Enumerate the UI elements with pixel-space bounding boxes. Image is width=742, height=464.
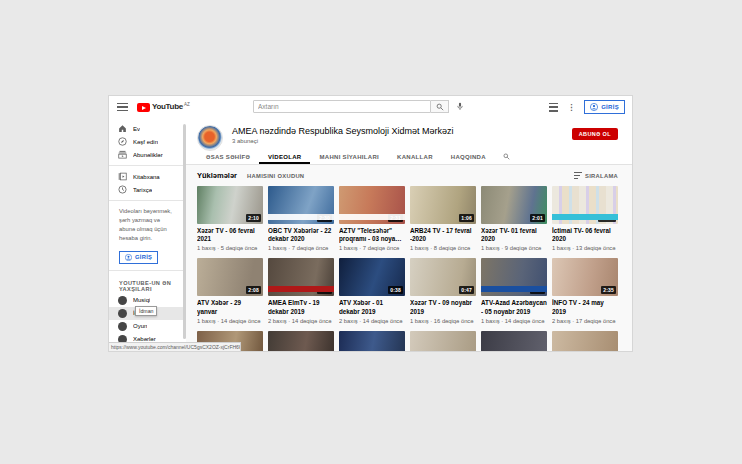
sidebar-signin-button[interactable]: GİRİŞ bbox=[119, 251, 158, 264]
sidebar-scrollbar[interactable] bbox=[183, 124, 186, 339]
video-thumbnail[interactable] bbox=[552, 331, 618, 352]
video-grid: 2:10Xəzər TV - 06 fevral 20211 baxış · 5… bbox=[197, 186, 618, 324]
subscribe-button[interactable]: ABUNƏ OL bbox=[572, 128, 618, 140]
video-title[interactable]: AZTV "Telesəhər" proqramı - 03 noyabr 20… bbox=[339, 227, 405, 243]
video-thumbnail[interactable]: 2:35 bbox=[552, 258, 618, 296]
tab-search-icon[interactable] bbox=[495, 150, 518, 164]
video-title[interactable]: ARB24 TV - 17 fevral -2020 bbox=[410, 227, 476, 243]
video-meta: 1 baxış · 16 dəqiqə öncə bbox=[410, 318, 476, 324]
video-thumbnail[interactable]: 2:31 bbox=[339, 186, 405, 224]
status-url-bar: https://www.youtube.com/channel/UC5gsCX2… bbox=[109, 342, 241, 351]
search-input[interactable] bbox=[253, 100, 431, 113]
video-title[interactable]: ATV Xəbər - 29 yanvar bbox=[197, 299, 263, 315]
video-thumbnail[interactable]: 1:06 bbox=[410, 186, 476, 224]
video-thumbnail[interactable]: 2:08 bbox=[197, 258, 263, 296]
subscriptions-icon bbox=[118, 150, 127, 159]
signin-button[interactable]: GİRİŞ bbox=[584, 100, 625, 114]
video-title[interactable]: OBC TV Xəbərlər - 22 dekabr 2020 bbox=[268, 227, 334, 243]
video-thumbnail[interactable] bbox=[410, 331, 476, 352]
play-all-link[interactable]: HAMISINI OXUDUN bbox=[247, 173, 304, 179]
more-options-icon[interactable]: ⋮ bbox=[567, 103, 575, 112]
search-bar bbox=[253, 100, 464, 113]
video-thumbnail[interactable]: 2:30 bbox=[268, 186, 334, 224]
video-thumbnail[interactable]: 2:10 bbox=[197, 186, 263, 224]
video-title[interactable]: Xəzər TV - 09 noyabr 2019 bbox=[410, 299, 476, 315]
topbar: YouTube AZ ⋮ GİRİŞ bbox=[109, 96, 632, 118]
search-button[interactable] bbox=[431, 100, 449, 113]
video-thumbnail[interactable]: 0:38 bbox=[339, 258, 405, 296]
video-card[interactable] bbox=[339, 331, 405, 352]
tab-haqqinda[interactable]: HAQQINDA bbox=[442, 151, 495, 164]
video-card[interactable] bbox=[410, 331, 476, 352]
duration-badge: 2:31 bbox=[388, 214, 403, 222]
video-card[interactable]: 2:31AZTV "Telesəhər" proqramı - 03 noyab… bbox=[339, 186, 405, 251]
sidebar-item-ev[interactable]: Ev bbox=[109, 122, 186, 135]
sidebar: EvKəşf edinAbunəliklər KitabxanaTarixçə … bbox=[109, 118, 186, 352]
video-card[interactable]: 2:10Xəzər TV - 06 fevral 20211 baxış · 5… bbox=[197, 186, 263, 251]
main-content: AMEA nəzdində Respublika Seysmoloji Xidm… bbox=[186, 118, 632, 352]
mic-icon[interactable] bbox=[456, 102, 464, 111]
video-thumbnail[interactable] bbox=[481, 331, 547, 352]
video-card[interactable] bbox=[552, 331, 618, 352]
duration-badge: 0:38 bbox=[388, 286, 403, 294]
sidebar-tooltip: İdman bbox=[135, 306, 157, 316]
video-title[interactable]: İctimai TV- 06 fevral 2020 bbox=[552, 227, 618, 243]
sort-button[interactable]: SIRALAMA bbox=[574, 172, 618, 179]
divider bbox=[109, 200, 186, 201]
desktop-background: YouTube AZ ⋮ GİRİŞ bbox=[0, 0, 742, 464]
duration-badge: 2:10 bbox=[246, 214, 261, 222]
video-card[interactable]: 0:38ATV Xəbər - 01 dekabr 20192 baxış · … bbox=[339, 258, 405, 323]
sidebar-item-oyun[interactable]: Oyun bbox=[109, 320, 186, 333]
video-thumbnail[interactable]: 1:34 bbox=[481, 258, 547, 296]
logo-country-code: AZ bbox=[184, 102, 190, 107]
video-thumbnail[interactable] bbox=[339, 331, 405, 352]
video-card[interactable]: 2:01Xəzər TV- 01 fevral 20201 baxış · 9 … bbox=[481, 186, 547, 251]
tab-mahni-si-yahilari[interactable]: MAHNI SİYAHILARI bbox=[310, 151, 388, 164]
person-icon bbox=[590, 103, 598, 111]
video-thumbnail[interactable]: 11:09 bbox=[552, 186, 618, 224]
video-card[interactable]: 2:30OBC TV Xəbərlər - 22 dekabr 20201 ba… bbox=[268, 186, 334, 251]
uploads-title: Yükləmələr bbox=[197, 171, 237, 180]
channel-avatar[interactable] bbox=[197, 125, 223, 151]
video-meta: 2 baxış · 14 dəqiqə öncə bbox=[268, 318, 334, 324]
sidebar-item-abun-likl-r[interactable]: Abunəliklər bbox=[109, 148, 186, 161]
video-title[interactable]: ATV Xəbər - 01 dekabr 2019 bbox=[339, 299, 405, 315]
sidebar-item-kitabxana[interactable]: Kitabxana bbox=[109, 170, 186, 183]
video-thumbnail[interactable] bbox=[268, 331, 334, 352]
video-thumbnail[interactable]: 1:48 bbox=[268, 258, 334, 296]
video-card[interactable]: 2:08ATV Xəbər - 29 yanvar1 baxış · 14 də… bbox=[197, 258, 263, 323]
video-title[interactable]: İNFO TV - 24 may 2019 bbox=[552, 299, 618, 315]
tab-sas-s-hi-f[interactable]: ƏSAS SƏHİFƏ bbox=[197, 151, 259, 164]
menu-icon[interactable] bbox=[117, 103, 128, 112]
duration-badge: 1:06 bbox=[459, 214, 474, 222]
video-meta: 1 baxış · 8 dəqiqə öncə bbox=[410, 245, 476, 251]
channel-header: AMEA nəzdində Respublika Seysmoloji Xidm… bbox=[186, 118, 632, 151]
video-card[interactable]: 2:35İNFO TV - 24 may 20192 baxış · 17 də… bbox=[552, 258, 618, 323]
video-card[interactable]: 0:47Xəzər TV - 09 noyabr 20191 baxış · 1… bbox=[410, 258, 476, 323]
video-card[interactable]: 11:09İctimai TV- 06 fevral 20201 baxış ·… bbox=[552, 186, 618, 251]
sidebar-item-label: Ev bbox=[133, 126, 140, 132]
video-title[interactable]: ATV-Azad Azərbaycan - 05 noyabr 2019 bbox=[481, 299, 547, 315]
video-card[interactable]: 1:06ARB24 TV - 17 fevral -20201 baxış · … bbox=[410, 186, 476, 251]
youtube-logo[interactable]: YouTube AZ bbox=[137, 102, 190, 112]
video-thumbnail[interactable]: 2:01 bbox=[481, 186, 547, 224]
sidebar-item-label: Kitabxana bbox=[133, 174, 160, 180]
video-title[interactable]: AMEA ElmTv - 19 dekabr 2019 bbox=[268, 299, 334, 315]
tab-vi-deolar[interactable]: VİDEOLAR bbox=[259, 151, 310, 164]
video-grid-partial-row bbox=[197, 331, 618, 352]
video-title[interactable]: Xəzər TV - 06 fevral 2021 bbox=[197, 227, 263, 243]
video-card[interactable] bbox=[481, 331, 547, 352]
sidebar-item-tarix[interactable]: Tarixçə bbox=[109, 183, 186, 196]
sidebar-item-musiqi[interactable]: Musiqi bbox=[109, 294, 186, 307]
youtube-play-icon bbox=[137, 103, 150, 112]
sidebar-item-k-f-edin[interactable]: Kəşf edin bbox=[109, 135, 186, 148]
video-meta: 1 baxış · 14 dəqiqə öncə bbox=[481, 318, 547, 324]
tab-kanallar[interactable]: KANALLAR bbox=[388, 151, 442, 164]
youtube-window: YouTube AZ ⋮ GİRİŞ bbox=[108, 95, 633, 352]
video-card[interactable] bbox=[268, 331, 334, 352]
video-card[interactable]: 1:34ATV-Azad Azərbaycan - 05 noyabr 2019… bbox=[481, 258, 547, 323]
video-thumbnail[interactable]: 0:47 bbox=[410, 258, 476, 296]
video-card[interactable]: 1:48AMEA ElmTv - 19 dekabr 20192 baxış ·… bbox=[268, 258, 334, 323]
video-title[interactable]: Xəzər TV- 01 fevral 2020 bbox=[481, 227, 547, 243]
apps-icon[interactable] bbox=[549, 103, 558, 112]
